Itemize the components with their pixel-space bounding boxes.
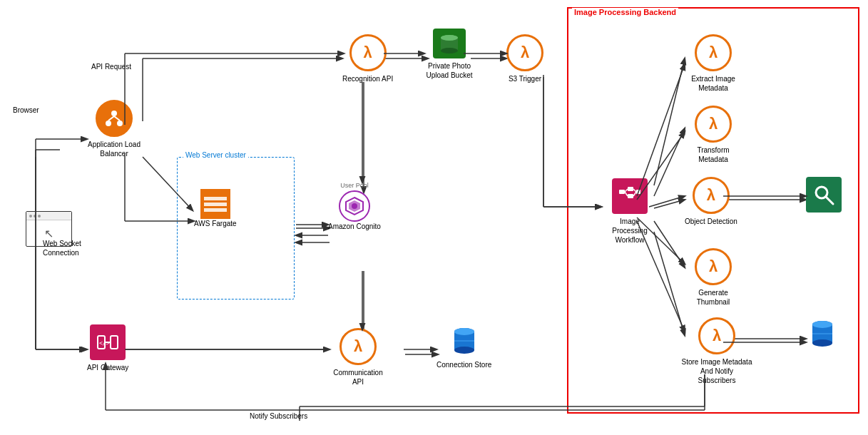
- thumbnail-icon: λ: [695, 248, 732, 285]
- svg-point-51: [812, 339, 832, 347]
- transform-label: Transform Metadata: [685, 145, 742, 164]
- workflow-node: Image Processing Workflow: [601, 178, 658, 245]
- comm-api-label: Communication API: [330, 368, 387, 387]
- recognition-api-node: λ Recognition API: [342, 34, 393, 83]
- diagram: Image Processing Backend Web Server clus…: [0, 0, 868, 435]
- recognition-api-label: Recognition API: [342, 74, 393, 83]
- websocket-label: Web Socket Connection: [43, 239, 86, 257]
- transform-icon: λ: [695, 106, 732, 143]
- cognito-node: User Pool Amazon Cognito: [328, 182, 381, 231]
- api-request-label: API Request: [91, 63, 131, 71]
- apigw-node: </> API Gateway: [87, 324, 128, 372]
- browser-node: ↖ Browser: [13, 106, 39, 115]
- connection-store-node: Connection Store: [436, 324, 491, 369]
- private-bucket-icon: [433, 29, 466, 58]
- private-bucket-node: Private Photo Upload Bucket: [421, 29, 478, 80]
- svg-text:</>: </>: [99, 340, 110, 347]
- store-notify-label: Store Image Metadata And Notify Subscrib…: [681, 357, 752, 385]
- connection-store-label: Connection Store: [436, 360, 491, 369]
- fargate-node: AWS Fargate: [194, 189, 237, 228]
- svg-point-61: [454, 347, 474, 354]
- user-pool-label: User Pool: [340, 182, 369, 189]
- s3-trigger-label: S3 Trigger: [509, 74, 541, 83]
- alb-node: Application Load Balancer: [86, 100, 143, 158]
- connection-store-icon: [448, 324, 481, 357]
- svg-point-29: [117, 121, 123, 126]
- svg-point-34: [441, 48, 458, 53]
- svg-point-35: [441, 35, 458, 41]
- svg-line-46: [633, 192, 636, 196]
- notify-subscribers-label: Notify Subscribers: [250, 412, 307, 420]
- backend-title: Image Processing Backend: [572, 8, 678, 16]
- svg-point-28: [106, 121, 111, 126]
- alb-icon: [96, 100, 133, 137]
- transform-node: λ Transform Metadata: [685, 106, 742, 164]
- browser-label: Browser: [13, 106, 39, 115]
- fargate-icon: [200, 189, 230, 219]
- apigw-label: API Gateway: [87, 363, 128, 372]
- comm-api-icon: λ: [339, 328, 377, 365]
- fargate-label: AWS Fargate: [194, 219, 237, 228]
- svg-line-45: [633, 189, 636, 192]
- webserver-cluster-box: Web Server cluster: [177, 157, 295, 300]
- workflow-icon: [612, 178, 648, 214]
- recognition-api-icon: λ: [349, 34, 387, 71]
- svg-point-38: [352, 203, 357, 209]
- rekognition-icon: [806, 177, 842, 213]
- svg-point-62: [454, 328, 474, 335]
- thumbnail-node: λ Generate Thumbnail: [685, 248, 742, 307]
- svg-rect-39: [619, 190, 625, 194]
- object-detection-node: λ Object Detection: [685, 177, 737, 226]
- svg-rect-42: [636, 190, 640, 194]
- object-detection-icon: λ: [693, 177, 730, 214]
- apigw-icon: </>: [90, 324, 126, 360]
- cognito-icon: [339, 190, 370, 222]
- rekognition-node: [806, 177, 842, 215]
- dynamo-right-icon: [806, 317, 839, 350]
- s3-trigger-node: λ S3 Trigger: [506, 34, 543, 83]
- extract-label: Extract Image Metadata: [685, 74, 742, 93]
- thumbnail-label: Generate Thumbnail: [685, 288, 742, 307]
- store-notify-icon: λ: [698, 317, 735, 354]
- cognito-label: Amazon Cognito: [328, 222, 381, 231]
- alb-label: Application Load Balancer: [86, 140, 143, 158]
- svg-line-31: [114, 116, 120, 121]
- svg-line-30: [108, 116, 114, 121]
- svg-point-27: [111, 111, 117, 116]
- object-detection-label: Object Detection: [685, 217, 737, 226]
- svg-line-48: [826, 197, 833, 204]
- private-bucket-label: Private Photo Upload Bucket: [421, 61, 478, 80]
- svg-line-43: [625, 189, 628, 192]
- cluster-title: Web Server cluster: [183, 151, 248, 159]
- svg-line-44: [625, 192, 628, 196]
- comm-api-node: λ Communication API: [330, 328, 387, 387]
- svg-rect-41: [628, 194, 633, 198]
- extract-node: λ Extract Image Metadata: [685, 34, 742, 93]
- store-notify-node: λ Store Image Metadata And Notify Subscr…: [681, 317, 752, 385]
- dynamo-right-node: [806, 317, 839, 353]
- svg-rect-56: [111, 336, 118, 349]
- s3-trigger-icon: λ: [506, 34, 543, 71]
- workflow-label: Image Processing Workflow: [601, 217, 658, 245]
- extract-icon: λ: [695, 34, 732, 71]
- svg-rect-40: [628, 187, 633, 191]
- svg-point-52: [812, 321, 832, 328]
